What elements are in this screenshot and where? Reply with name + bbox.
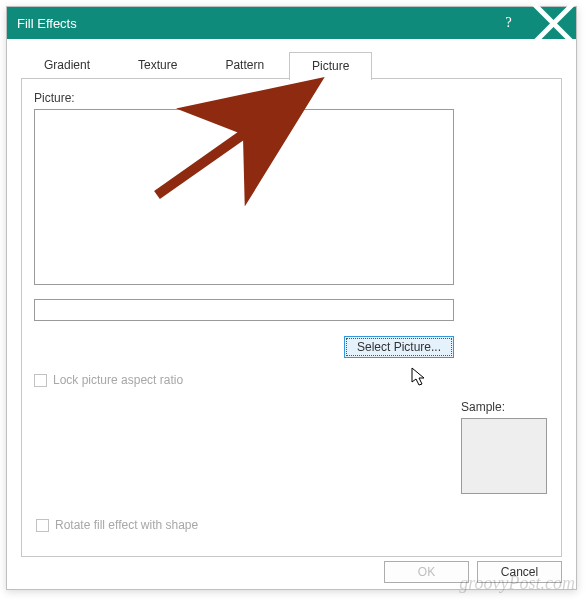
- tab-picture[interactable]: Picture: [289, 52, 372, 80]
- select-picture-row: Select Picture...: [34, 336, 454, 358]
- tab-strip: Gradient Texture Pattern Picture: [21, 51, 562, 79]
- title-bar: Fill Effects ?: [7, 7, 576, 39]
- sample-label: Sample:: [461, 400, 547, 414]
- lock-aspect-label: Lock picture aspect ratio: [53, 373, 183, 387]
- sample-area: Sample:: [461, 400, 547, 494]
- lock-aspect-checkbox[interactable]: [34, 374, 47, 387]
- picture-label: Picture:: [34, 91, 549, 105]
- dialog-footer: OK Cancel: [384, 561, 562, 583]
- rotate-fill-row: Rotate fill effect with shape: [36, 518, 198, 532]
- tab-gradient[interactable]: Gradient: [21, 51, 113, 79]
- fill-effects-dialog: Fill Effects ? Gradient Texture Pattern …: [6, 6, 577, 590]
- tab-texture[interactable]: Texture: [115, 51, 200, 79]
- sample-preview: [461, 418, 547, 494]
- tab-body: Picture: Select Picture... Lock picture …: [21, 79, 562, 557]
- select-picture-button[interactable]: Select Picture...: [344, 336, 454, 358]
- picture-name-field: [34, 299, 454, 321]
- cancel-button[interactable]: Cancel: [477, 561, 562, 583]
- dialog-title: Fill Effects: [17, 16, 486, 31]
- rotate-fill-label: Rotate fill effect with shape: [55, 518, 198, 532]
- dialog-content: Gradient Texture Pattern Picture Picture…: [7, 39, 576, 565]
- ok-button[interactable]: OK: [384, 561, 469, 583]
- help-button[interactable]: ?: [486, 7, 531, 39]
- picture-preview: [34, 109, 454, 285]
- close-button[interactable]: [531, 7, 576, 39]
- rotate-fill-checkbox[interactable]: [36, 519, 49, 532]
- tab-pattern[interactable]: Pattern: [202, 51, 287, 79]
- close-icon: [531, 1, 576, 46]
- lock-aspect-row: Lock picture aspect ratio: [34, 373, 549, 387]
